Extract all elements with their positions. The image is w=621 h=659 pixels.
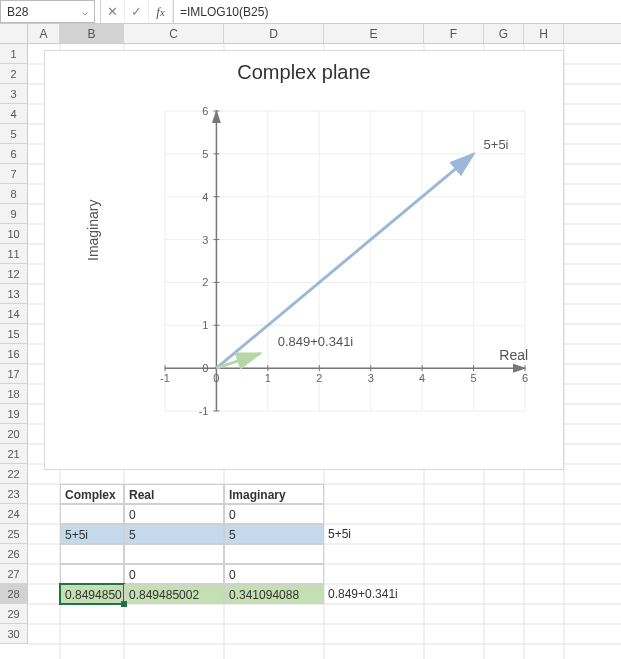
cell-D26[interactable] xyxy=(224,544,324,564)
row-header-26[interactable]: 26 xyxy=(0,544,27,564)
cell-C23[interactable]: Real xyxy=(124,484,224,504)
cell-D25[interactable]: 5 xyxy=(224,524,324,544)
select-all-corner[interactable] xyxy=(0,24,28,43)
worksheet: ABCDEFGH 1234567891011121314151617181920… xyxy=(0,24,621,644)
svg-text:6: 6 xyxy=(522,372,528,384)
confirm-icon[interactable]: ✓ xyxy=(125,0,149,23)
row-header-12[interactable]: 12 xyxy=(0,264,27,284)
row-header-7[interactable]: 7 xyxy=(0,164,27,184)
svg-text:Real: Real xyxy=(499,347,528,363)
row-header-9[interactable]: 9 xyxy=(0,204,27,224)
cell-B28[interactable]: 0.8494850 xyxy=(60,584,124,604)
col-header-G[interactable]: G xyxy=(484,24,524,43)
row-header-24[interactable]: 24 xyxy=(0,504,27,524)
svg-text:3: 3 xyxy=(368,372,374,384)
svg-text:0.849+0.341i: 0.849+0.341i xyxy=(278,334,354,349)
svg-text:6: 6 xyxy=(202,105,208,117)
col-header-B[interactable]: B xyxy=(60,24,124,43)
fx-icon[interactable]: fx xyxy=(149,0,173,23)
cell-B25[interactable]: 5+5i xyxy=(60,524,124,544)
row-header-21[interactable]: 21 xyxy=(0,444,27,464)
svg-text:0: 0 xyxy=(213,372,219,384)
cancel-icon[interactable]: ✕ xyxy=(101,0,125,23)
svg-text:2: 2 xyxy=(202,276,208,288)
embedded-chart[interactable]: Complex plane Imaginary -10123456-101234… xyxy=(44,50,564,470)
row-header-11[interactable]: 11 xyxy=(0,244,27,264)
row-header-4[interactable]: 4 xyxy=(0,104,27,124)
row-headers: 1234567891011121314151617181920212223242… xyxy=(0,44,28,644)
cell-B23[interactable]: Complex xyxy=(60,484,124,504)
cell-B27[interactable] xyxy=(60,564,124,584)
svg-text:3: 3 xyxy=(202,234,208,246)
cell-C28[interactable]: 0.849485002 xyxy=(124,584,224,604)
formula-text: =IMLOG10(B25) xyxy=(180,5,268,19)
cell-C24[interactable]: 0 xyxy=(124,504,224,524)
row-header-28[interactable]: 28 xyxy=(0,584,27,604)
name-box-value: B28 xyxy=(7,5,28,19)
row-header-8[interactable]: 8 xyxy=(0,184,27,204)
formula-bar: B28 ⌵ ✕ ✓ fx =IMLOG10(B25) xyxy=(0,0,621,24)
svg-text:0: 0 xyxy=(202,362,208,374)
cells-area[interactable]: Complex plane Imaginary -10123456-101234… xyxy=(28,44,621,644)
row-header-27[interactable]: 27 xyxy=(0,564,27,584)
svg-text:5+5i: 5+5i xyxy=(484,137,509,152)
cell-D27[interactable]: 0 xyxy=(224,564,324,584)
fill-handle[interactable] xyxy=(121,601,127,607)
cell-B24[interactable] xyxy=(60,504,124,524)
cell-C25[interactable]: 5 xyxy=(124,524,224,544)
formula-input[interactable]: =IMLOG10(B25) xyxy=(173,0,621,23)
y-axis-label: Imaginary xyxy=(85,200,101,261)
row-header-5[interactable]: 5 xyxy=(0,124,27,144)
svg-text:4: 4 xyxy=(202,191,208,203)
svg-text:5: 5 xyxy=(471,372,477,384)
cell-E28[interactable]: 0.849+0.341i xyxy=(328,587,398,601)
row-header-23[interactable]: 23 xyxy=(0,484,27,504)
col-header-A[interactable]: A xyxy=(28,24,60,43)
row-header-16[interactable]: 16 xyxy=(0,344,27,364)
row-header-25[interactable]: 25 xyxy=(0,524,27,544)
col-header-D[interactable]: D xyxy=(224,24,324,43)
row-header-20[interactable]: 20 xyxy=(0,424,27,444)
cell-D28[interactable]: 0.341094088 xyxy=(224,584,324,604)
svg-text:4: 4 xyxy=(419,372,425,384)
row-header-2[interactable]: 2 xyxy=(0,64,27,84)
row-header-22[interactable]: 22 xyxy=(0,464,27,484)
row-header-29[interactable]: 29 xyxy=(0,604,27,624)
cell-B26[interactable] xyxy=(60,544,124,564)
column-headers: ABCDEFGH xyxy=(0,24,621,44)
chart-title: Complex plane xyxy=(45,61,563,84)
row-header-18[interactable]: 18 xyxy=(0,384,27,404)
col-header-C[interactable]: C xyxy=(124,24,224,43)
name-box[interactable]: B28 ⌵ xyxy=(0,0,95,23)
name-box-dropdown-icon[interactable]: ⌵ xyxy=(82,6,88,17)
svg-text:5: 5 xyxy=(202,148,208,160)
row-header-3[interactable]: 3 xyxy=(0,84,27,104)
cell-D24[interactable]: 0 xyxy=(224,504,324,524)
cell-D23[interactable]: Imaginary xyxy=(224,484,324,504)
row-header-15[interactable]: 15 xyxy=(0,324,27,344)
row-header-13[interactable]: 13 xyxy=(0,284,27,304)
row-header-10[interactable]: 10 xyxy=(0,224,27,244)
plot-area: -10123456-10123456Real5+5i0.849+0.341i xyxy=(115,101,545,451)
cell-C27[interactable]: 0 xyxy=(124,564,224,584)
row-header-6[interactable]: 6 xyxy=(0,144,27,164)
svg-text:2: 2 xyxy=(316,372,322,384)
row-header-17[interactable]: 17 xyxy=(0,364,27,384)
col-header-E[interactable]: E xyxy=(324,24,424,43)
row-header-30[interactable]: 30 xyxy=(0,624,27,644)
svg-text:1: 1 xyxy=(202,319,208,331)
svg-text:-1: -1 xyxy=(160,372,170,384)
cell-E25[interactable]: 5+5i xyxy=(328,527,351,541)
col-header-F[interactable]: F xyxy=(424,24,484,43)
row-header-19[interactable]: 19 xyxy=(0,404,27,424)
svg-text:-1: -1 xyxy=(199,405,209,417)
row-header-1[interactable]: 1 xyxy=(0,44,27,64)
svg-text:1: 1 xyxy=(265,372,271,384)
cell-C26[interactable] xyxy=(124,544,224,564)
row-header-14[interactable]: 14 xyxy=(0,304,27,324)
col-header-H[interactable]: H xyxy=(524,24,564,43)
